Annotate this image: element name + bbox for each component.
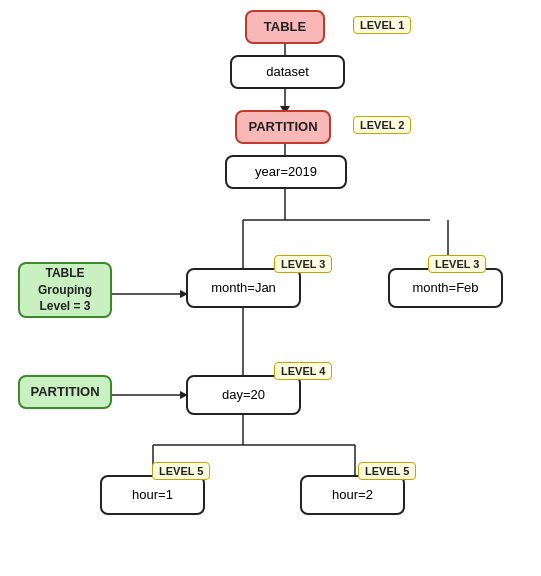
hour1-node: hour=1 <box>100 475 205 515</box>
year-label: year=2019 <box>255 164 317 181</box>
month-jan-node: month=Jan <box>186 268 301 308</box>
level5-hour2-badge: LEVEL 5 <box>358 462 416 480</box>
month-jan-label: month=Jan <box>211 280 276 297</box>
level3-feb-badge: LEVEL 3 <box>428 255 486 273</box>
table-grouping-node: TABLEGroupingLevel = 3 <box>18 262 112 318</box>
table-node: TABLE <box>245 10 325 44</box>
diagram: TABLE LEVEL 1 dataset PARTITION LEVEL 2 … <box>0 0 541 576</box>
dataset-label: dataset <box>266 64 309 81</box>
hour2-label: hour=2 <box>332 487 373 504</box>
level3-jan-badge: LEVEL 3 <box>274 255 332 273</box>
month-feb-label: month=Feb <box>412 280 478 297</box>
hour1-label: hour=1 <box>132 487 173 504</box>
level4-badge: LEVEL 4 <box>274 362 332 380</box>
table-grouping-label: TABLEGroupingLevel = 3 <box>38 265 92 315</box>
dataset-node: dataset <box>230 55 345 89</box>
partition-label: PARTITION <box>248 119 317 136</box>
month-feb-node: month=Feb <box>388 268 503 308</box>
level2-badge: LEVEL 2 <box>353 116 411 134</box>
partition-green-node: PARTITION <box>18 375 112 409</box>
partition-green-label: PARTITION <box>30 384 99 401</box>
table-label: TABLE <box>264 19 306 36</box>
level5-hour1-badge: LEVEL 5 <box>152 462 210 480</box>
level1-badge: LEVEL 1 <box>353 16 411 34</box>
year-node: year=2019 <box>225 155 347 189</box>
hour2-node: hour=2 <box>300 475 405 515</box>
day20-node: day=20 <box>186 375 301 415</box>
partition-node: PARTITION <box>235 110 331 144</box>
day20-label: day=20 <box>222 387 265 404</box>
